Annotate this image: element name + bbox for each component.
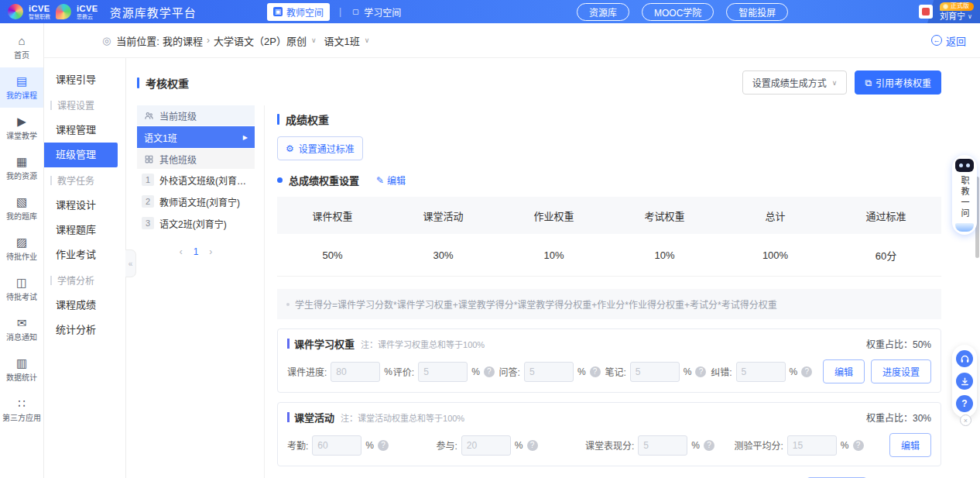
pagination-prev-icon[interactable]: ‹	[180, 246, 183, 257]
toolbar-close-button[interactable]: ×	[960, 414, 971, 426]
help-icon[interactable]: ?	[484, 366, 495, 377]
link-resource-library[interactable]: 资源库	[577, 3, 629, 21]
class-list-item[interactable]: 3 语文2班(刘育宁)	[137, 212, 255, 234]
breadcrumb-my-courses[interactable]: 我的课程	[163, 33, 203, 48]
rail-item-third-party-apps[interactable]: ∷ 第三方应用	[0, 390, 43, 430]
field-label: 课堂表现分:	[585, 438, 634, 452]
download-button[interactable]	[956, 373, 973, 390]
submenu-course-scores[interactable]: 课程成绩	[44, 293, 118, 318]
participation-input[interactable]	[461, 435, 511, 456]
submenu-homework-exam[interactable]: 作业考试	[44, 242, 118, 267]
class-pagination: ‹ 1 ›	[137, 246, 255, 257]
evaluation-input[interactable]	[418, 362, 468, 382]
help-button[interactable]: ?	[956, 395, 973, 412]
rail-item-my-question-bank[interactable]: ▧ 我的题库	[0, 188, 43, 229]
classroom-buttons: 编辑	[889, 433, 931, 457]
submenu-statistical-analysis[interactable]: 统计分析	[44, 318, 118, 342]
progress-settings-button[interactable]: 进度设置	[871, 359, 931, 383]
classroom-activity-card: 课堂活动 注：课堂活动权重总和等于100% 权重占比：30% 考	[277, 402, 941, 466]
rail-item-pending-homework[interactable]: ▨ 待批作业	[0, 229, 43, 269]
quiz-average-input[interactable]	[787, 435, 837, 456]
courseware-progress-input[interactable]	[331, 362, 380, 382]
mini-app-icon[interactable]	[919, 5, 933, 19]
class-performance-input[interactable]	[638, 435, 687, 456]
chevron-down-icon[interactable]: ∨	[311, 36, 317, 44]
help-icon[interactable]: ?	[590, 366, 601, 377]
quote-assessment-weight-button[interactable]: ⧉ 引用考核权重	[855, 70, 941, 95]
qa-input[interactable]	[524, 362, 574, 382]
score-generation-dropdown[interactable]: 设置成绩生成方式 ∨	[742, 70, 848, 95]
logo1-title: iCVE	[29, 5, 50, 13]
field-participation: 参与: % ?	[437, 435, 586, 456]
rail-item-pending-exams[interactable]: ◫ 待批考试	[0, 269, 43, 309]
user-menu[interactable]: 刘育宁 ∨	[940, 12, 972, 21]
username: 刘育宁	[940, 12, 965, 21]
submenu-course-design[interactable]: 课程设计	[44, 193, 118, 218]
space-nav: ▣ 教师空间 | ▢ 学习空间	[267, 0, 401, 23]
submenu-course-guide[interactable]: 课程引导	[44, 67, 118, 92]
total-weight-edit-button[interactable]: ✎ 编辑	[376, 174, 406, 187]
rail-item-my-courses[interactable]: ▤ 我的课程	[0, 67, 43, 108]
pagination-next-icon[interactable]: ›	[209, 246, 212, 257]
back-label: 返回	[946, 33, 966, 48]
other-classes-header[interactable]: 其他班级	[137, 149, 255, 169]
notes-input[interactable]	[630, 362, 680, 382]
gear-icon: ⚙	[286, 143, 294, 154]
chevron-down-icon[interactable]: ∨	[365, 36, 370, 44]
help-icon[interactable]: ?	[704, 440, 714, 451]
submenu-course-question-bank[interactable]: 课程题库	[44, 218, 118, 242]
breadcrumb: ◎ 当前位置: 我的课程 › 大学语文（2P）原创 ∨ 语文1班 ∨ ← 返回	[44, 23, 980, 58]
tab-student-space[interactable]: ▢ 学习空间	[351, 5, 401, 19]
field-label: 纠错:	[711, 365, 732, 378]
help-icon[interactable]: ?	[695, 366, 706, 377]
submenu-class-management[interactable]: 班级管理	[44, 143, 118, 167]
breadcrumb-course-name[interactable]: 大学语文（2P）原创	[214, 33, 307, 48]
student-space-icon: ▢	[351, 7, 360, 16]
user-info: 正式版 刘育宁 ∨	[940, 2, 974, 21]
pagination-page-1[interactable]: 1	[194, 246, 199, 257]
statistics-icon: ▥	[16, 357, 27, 369]
current-class-header[interactable]: 当前班级	[137, 105, 255, 126]
breadcrumb-class-name[interactable]: 语文1班	[324, 33, 359, 48]
link-mooc-academy[interactable]: MOOC学院	[642, 3, 714, 21]
user-area: 正式版 刘育宁 ∨	[919, 0, 974, 23]
current-class-name: 语文1班	[144, 131, 177, 144]
summary-header: 课堂活动	[388, 197, 499, 234]
quote-icon: ⧉	[865, 77, 872, 88]
field-label: 参与:	[437, 438, 457, 452]
rail-item-statistics[interactable]: ▥ 数据统计	[0, 349, 43, 390]
content-row: 课程引导 课程设置 课程管理 班级管理 教学任务 课程设计 课程题库 作业考试	[44, 58, 980, 478]
set-pass-standard-label: 设置通过标准	[299, 142, 355, 155]
help-icon[interactable]: ?	[853, 440, 864, 451]
courseware-edit-button[interactable]: 编辑	[823, 359, 865, 383]
tab-teacher-space[interactable]: ▣ 教师空间	[267, 3, 330, 21]
corrections-input[interactable]	[736, 362, 786, 382]
attendance-input[interactable]	[312, 435, 362, 456]
submenu-course-management[interactable]: 课程管理	[44, 118, 118, 143]
rail-item-home[interactable]: ⌂ 首页	[0, 27, 43, 67]
logo2-subtitle: 思教云	[77, 14, 98, 19]
class-list-item[interactable]: 1 外校语文班级(刘育宁sy)	[137, 169, 255, 191]
classroom-edit-button[interactable]: 编辑	[889, 433, 931, 457]
set-pass-standard-button[interactable]: ⚙ 设置通过标准	[277, 136, 363, 160]
rail-item-classroom-teaching[interactable]: ▶ 课堂教学	[0, 108, 43, 148]
help-icon[interactable]: ?	[527, 440, 538, 451]
sidebar-collapse-handle[interactable]: «	[125, 249, 136, 277]
version-badge: 正式版	[940, 2, 974, 11]
class-index-badge: 2	[142, 195, 154, 208]
current-class-item[interactable]: 语文1班 ▶	[137, 126, 255, 148]
customer-service-button[interactable]	[956, 350, 973, 367]
summary-header: 课件权重	[277, 197, 388, 234]
section-bar	[50, 101, 52, 110]
link-smart-cast[interactable]: 智能投屏	[726, 3, 788, 21]
back-button[interactable]: ← 返回	[931, 33, 966, 48]
help-icon[interactable]: ?	[378, 440, 389, 451]
ai-assistant-widget[interactable]: 职教一问	[952, 155, 977, 235]
class-list-item[interactable]: 2 教师语文班(刘育宁)	[137, 191, 255, 212]
icve-logo-icon	[8, 4, 23, 19]
rail-item-my-resources[interactable]: ▦ 我的资源	[0, 148, 43, 188]
quote-assessment-weight-label: 引用考核权重	[875, 76, 931, 89]
logo-group: iCVE 智慧职教 iCVE 思教云 资源库教学平台	[8, 4, 197, 20]
rail-item-messages[interactable]: ✉ 消息通知	[0, 309, 43, 349]
help-icon[interactable]: ?	[801, 366, 812, 377]
